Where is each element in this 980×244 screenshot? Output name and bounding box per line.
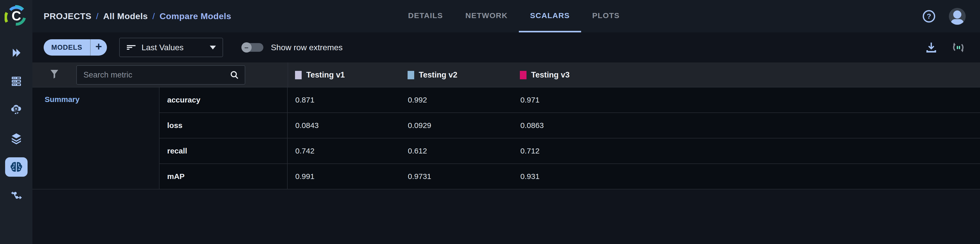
sidebar-item-models[interactable] (0, 153, 32, 181)
column-label: Testing v2 (419, 70, 457, 79)
series-color-swatch (520, 71, 527, 79)
app-logo[interactable]: C (0, 0, 32, 32)
scalars-toolbar: MODELS + Last Values – Show row extremes (32, 32, 980, 62)
models-button[interactable]: MODELS (44, 39, 90, 55)
toggle-track: – (242, 42, 263, 52)
filter-funnel-icon[interactable] (50, 69, 59, 79)
breadcrumb-separator: / (96, 11, 99, 21)
layers-icon (10, 132, 22, 144)
toolbar-actions (925, 41, 965, 54)
brain-icon (10, 161, 23, 173)
breadcrumb-projects[interactable]: PROJECTS (44, 11, 91, 21)
avatar-head-icon (953, 11, 961, 19)
column-divider (288, 62, 288, 87)
value-cell-v2: 0.0929 (400, 113, 513, 138)
toggle-knob: – (242, 42, 251, 52)
clearml-compare-models-app: C PROJECTS / All Models / Compare Models… (0, 0, 980, 244)
series-color-swatch (407, 71, 414, 79)
breadcrumb-compare-models[interactable]: Compare Models (159, 11, 231, 21)
value-cell-v2: 0.992 (400, 87, 513, 112)
row-filler (625, 113, 980, 138)
value-cell-v1: 0.871 (288, 87, 400, 112)
svg-text:C: C (11, 8, 21, 23)
column-label: Testing v1 (306, 70, 345, 79)
sidebar-item-datasets[interactable] (0, 124, 32, 153)
download-icon (925, 41, 938, 54)
tab-plots[interactable]: PLOTS (581, 0, 631, 32)
sort-lines-icon (126, 43, 136, 52)
value-cell-v2: 0.9731 (400, 164, 513, 189)
table-row: mAP 0.991 0.9731 0.931 (159, 164, 980, 189)
pipeline-icon (10, 189, 22, 202)
show-row-extremes-toggle[interactable]: – Show row extremes (242, 42, 343, 52)
metric-group-cell: Summary (32, 87, 159, 189)
sidebar-item-workers[interactable] (0, 67, 32, 96)
tab-strip: DETAILS NETWORK SCALARS PLOTS (397, 0, 631, 32)
value-cell-v3: 0.971 (513, 87, 625, 112)
metric-name-cell: accuracy (159, 87, 288, 112)
tab-details[interactable]: DETAILS (397, 0, 454, 32)
chevron-down-icon (210, 46, 216, 49)
add-model-button[interactable]: + (91, 39, 107, 55)
metric-rows: accuracy 0.871 0.992 0.971 loss 0.0843 0… (159, 87, 980, 189)
toggle-label: Show row extremes (271, 43, 343, 52)
value-cell-v1: 0.742 (288, 138, 400, 163)
column-header-testing-v1[interactable]: Testing v1 (295, 62, 345, 87)
values-mode-dropdown[interactable]: Last Values (119, 38, 223, 57)
tab-scalars[interactable]: SCALARS (519, 0, 581, 32)
refresh-pause-icon (951, 41, 965, 54)
server-rack-icon (10, 75, 22, 87)
cloud-gear-icon (10, 104, 22, 116)
svg-text:?: ? (927, 12, 931, 20)
metric-name-cell: recall (159, 138, 288, 163)
clearml-logo-icon: C (5, 5, 28, 28)
row-filler (625, 87, 980, 112)
table-row: loss 0.0843 0.0929 0.0863 (159, 113, 980, 138)
column-header-testing-v3[interactable]: Testing v3 (520, 62, 570, 87)
auto-refresh-button[interactable] (951, 41, 965, 54)
value-cell-v1: 0.991 (288, 164, 400, 189)
values-mode-value: Last Values (142, 43, 184, 52)
value-cell-v3: 0.931 (513, 164, 625, 189)
series-color-swatch (295, 71, 302, 79)
metrics-table-body: Summary accuracy 0.871 0.992 0.971 loss … (32, 87, 980, 189)
search-icon[interactable] (230, 70, 239, 79)
sidebar-item-pipelines[interactable] (0, 181, 32, 210)
breadcrumb-separator: / (152, 11, 155, 21)
row-filler (625, 164, 980, 189)
metric-group-label[interactable]: Summary (45, 95, 80, 104)
tab-network[interactable]: NETWORK (454, 0, 519, 32)
left-sidebar (0, 32, 32, 244)
help-button[interactable]: ? (922, 10, 935, 23)
question-mark-icon: ? (922, 10, 935, 23)
metric-name-cell: mAP (159, 164, 288, 189)
metric-search (76, 65, 245, 85)
table-row: recall 0.742 0.612 0.712 (159, 138, 980, 164)
active-item-tile (5, 157, 27, 177)
row-filler (625, 138, 980, 163)
breadcrumb: PROJECTS / All Models / Compare Models (44, 0, 231, 32)
value-cell-v3: 0.712 (513, 138, 625, 163)
fast-forward-icon (10, 47, 22, 59)
header-actions: ? (922, 0, 966, 32)
download-csv-button[interactable] (925, 41, 938, 54)
value-cell-v2: 0.612 (400, 138, 513, 163)
sidebar-item-data-processing[interactable] (0, 96, 32, 124)
sidebar-item-experiments[interactable] (0, 38, 32, 67)
value-cell-v1: 0.0843 (288, 113, 400, 138)
column-label: Testing v3 (531, 70, 570, 79)
avatar-body-icon (951, 19, 964, 25)
table-row: accuracy 0.871 0.992 0.971 (159, 87, 980, 113)
value-cell-v3: 0.0863 (513, 113, 625, 138)
models-split-button: MODELS + (44, 39, 107, 55)
top-header-bar: C PROJECTS / All Models / Compare Models… (0, 0, 980, 32)
metric-name-cell: loss (159, 113, 288, 138)
breadcrumb-all-models[interactable]: All Models (103, 11, 148, 21)
column-header-testing-v2[interactable]: Testing v2 (407, 62, 457, 87)
search-metric-input[interactable] (77, 70, 230, 79)
metrics-table-header: Testing v1 Testing v2 Testing v3 (32, 62, 980, 87)
user-avatar[interactable] (949, 8, 966, 25)
